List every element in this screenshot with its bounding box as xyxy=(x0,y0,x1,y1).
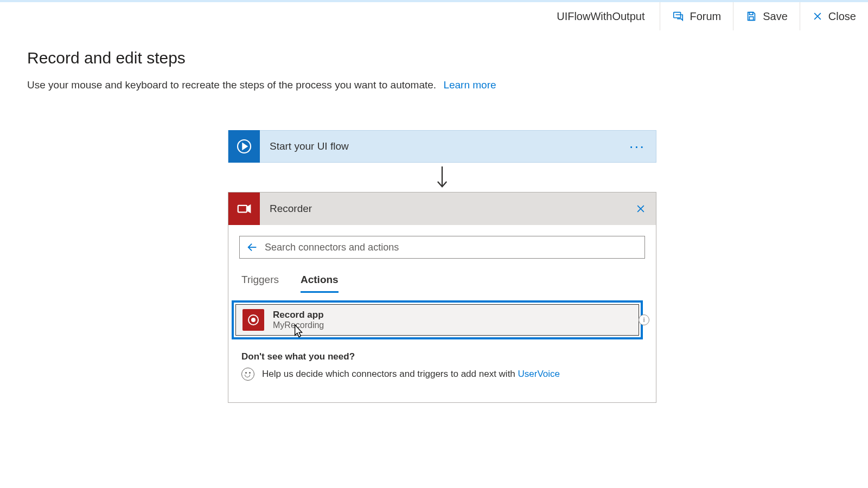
start-step-card[interactable]: Start your UI flow ··· xyxy=(228,130,656,163)
help-section: Don't see what you need? Help us decide … xyxy=(241,351,645,381)
close-icon xyxy=(812,11,823,22)
recorder-icon xyxy=(228,192,260,225)
search-input[interactable] xyxy=(265,242,638,253)
page-subtitle: Use your mouse and keyboard to recreate … xyxy=(27,79,436,91)
info-icon[interactable]: i xyxy=(639,314,649,325)
smile-icon xyxy=(241,368,254,381)
start-step-icon xyxy=(228,130,260,163)
recorder-body: Triggers Actions Record app MyRecording xyxy=(228,225,656,402)
uservoice-link[interactable]: UserVoice xyxy=(518,369,560,379)
search-back-button[interactable] xyxy=(246,241,258,253)
start-step-label: Start your UI flow xyxy=(270,140,349,152)
action-subtitle: MyRecording xyxy=(273,320,324,330)
recorder-tabs: Triggers Actions xyxy=(241,269,645,293)
forum-icon xyxy=(672,10,684,22)
save-label: Save xyxy=(763,10,788,23)
tab-actions[interactable]: Actions xyxy=(301,269,339,293)
connector-arrow xyxy=(228,165,656,191)
flow-canvas: Start your UI flow ··· Recorder xyxy=(228,130,656,403)
page-title: Record and edit steps xyxy=(27,49,496,67)
flow-name-label: UIFlowWithOutput xyxy=(557,10,660,23)
help-text: Help us decide which connectors and trig… xyxy=(262,369,515,379)
top-toolbar: UIFlowWithOutput Forum Save Close xyxy=(0,0,868,30)
recorder-title: Recorder xyxy=(270,203,312,215)
record-app-icon xyxy=(242,309,264,331)
action-record-app[interactable]: Record app MyRecording xyxy=(235,304,639,336)
page-header: Record and edit steps Use your mouse and… xyxy=(27,49,496,91)
forum-label: Forum xyxy=(690,10,721,23)
action-title: Record app xyxy=(273,310,324,320)
start-step-more-button[interactable]: ··· xyxy=(629,138,645,155)
svg-rect-2 xyxy=(750,17,754,20)
save-icon xyxy=(745,10,757,22)
help-heading: Don't see what you need? xyxy=(241,351,645,362)
svg-rect-4 xyxy=(238,206,247,213)
learn-more-link[interactable]: Learn more xyxy=(443,79,496,91)
recorder-step-card: Recorder Triggers Actions xyxy=(228,192,656,403)
svg-point-6 xyxy=(251,318,256,322)
search-connectors-row xyxy=(239,236,645,259)
tab-triggers[interactable]: Triggers xyxy=(241,269,279,293)
recorder-header[interactable]: Recorder xyxy=(228,192,656,225)
save-button[interactable]: Save xyxy=(733,2,800,30)
recorder-close-button[interactable] xyxy=(635,203,646,214)
action-item-highlight: Record app MyRecording i xyxy=(232,300,643,339)
svg-rect-1 xyxy=(750,12,753,15)
forum-button[interactable]: Forum xyxy=(660,2,733,30)
close-label: Close xyxy=(828,10,856,23)
close-button[interactable]: Close xyxy=(800,2,868,30)
